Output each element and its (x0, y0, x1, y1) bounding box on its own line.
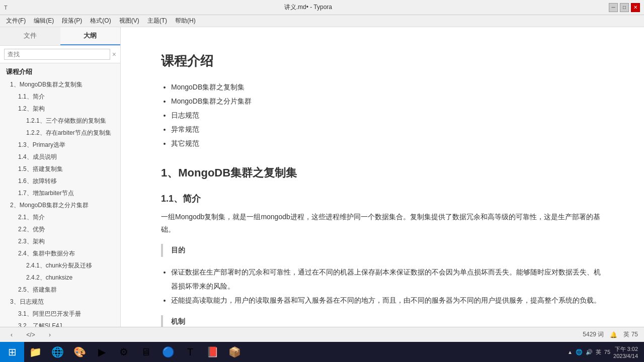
tray-volume: 🔊 (586, 349, 593, 355)
next-nav-button[interactable]: › (44, 329, 55, 340)
sidebar-tabs: 文件 大纲 (0, 27, 120, 46)
start-icon: ⊞ (8, 346, 17, 358)
section-intro-title: 课程介绍 (161, 52, 604, 70)
blockquote-mechanism: 机制 (161, 315, 604, 328)
taskbar-terminal[interactable]: 🖥 (135, 342, 157, 362)
tray-up-arrow: ▲ (568, 349, 573, 355)
outline-item[interactable]: 1.2、架构 (0, 103, 120, 115)
window-title: 讲义.md• - Typora (8, 3, 609, 12)
menu-view[interactable]: 视图(V) (115, 16, 143, 26)
bottom-bar: ‹ </> › 5429 词 🔔 英 75 (0, 327, 644, 342)
blockquote-purpose-title: 目的 (171, 244, 604, 256)
code-toggle-button[interactable]: </> (25, 329, 36, 340)
menu-format[interactable]: 格式(O) (86, 16, 115, 26)
outline-item[interactable]: 2.4.1、chunk分裂及迁移 (0, 259, 120, 272)
close-button[interactable]: ✕ (631, 3, 640, 12)
outline-item[interactable]: 2.4、集群中数据分布 (0, 247, 120, 259)
app-icon: T (4, 5, 8, 11)
taskbar-clock: 下午 3:02 2023/4/14 (613, 345, 638, 359)
word-count: 5429 词 (583, 330, 604, 339)
taskbar-intellij[interactable]: 🔵 (157, 342, 179, 362)
app-body: 文件 大纲 × 课程介绍1、MongoDB集群之复制集1.1、简介1.2、架构1… (0, 27, 644, 347)
outline-item[interactable]: 2.4.2、chunksize (0, 272, 120, 284)
search-bar: × (0, 46, 120, 63)
outline-item[interactable]: 1.5、搭建复制集 (0, 163, 120, 175)
taskbar-browser[interactable]: 🌐 (46, 342, 68, 362)
taskbar: ⊞ 📁🌐🎨▶⚙🖥🔵T📕📦 ▲ 🌐 🔊 英 75 下午 3:02 2023/4/1… (0, 342, 644, 362)
clock-time: 下午 3:02 (613, 345, 638, 353)
taskbar-settings[interactable]: ⚙ (113, 342, 135, 362)
minimize-button[interactable]: ─ (609, 3, 618, 12)
outline-item[interactable]: 2.5、搭建集群 (0, 284, 120, 296)
outline-tree: 课程介绍1、MongoDB集群之复制集1.1、简介1.2、架构1.2.1、三个存… (0, 63, 120, 347)
outline-item[interactable]: 1.2.1、三个存储数据的复制集 (0, 115, 120, 127)
purpose-item-2: 还能提高读取能力，用户的读取服务器和写入服务器在不同的地方，而且，由不同的服务器… (171, 293, 604, 307)
lang-indicator: 英 75 (623, 330, 638, 339)
tray-ime: 75 (604, 349, 610, 355)
taskbar-items: 📁🌐🎨▶⚙🖥🔵T📕📦 (24, 342, 561, 362)
tab-files[interactable]: 文件 (0, 27, 60, 45)
taskbar-pdf[interactable]: 📕 (201, 342, 223, 362)
title-bar: T 讲义.md• - Typora ─ □ ✕ (0, 0, 644, 15)
outline-item[interactable]: 2、MongoDB集群之分片集群 (0, 199, 120, 211)
menu-edit[interactable]: 编辑(E) (30, 16, 58, 26)
outline-item[interactable]: 1、MongoDB集群之复制集 (0, 78, 120, 90)
menu-help[interactable]: 帮助(H) (171, 16, 200, 26)
prev-nav-button[interactable]: ‹ (6, 329, 17, 340)
purpose-list: 保证数据在生产部署时的冗余和可靠性，通过在不同的机器上保存副本来保证数据的不会因… (171, 265, 604, 307)
blockquote-mechanism-title: 机制 (171, 315, 604, 328)
search-input[interactable] (4, 49, 110, 60)
menu-bar: 文件(F) 编辑(E) 段落(P) 格式(O) 视图(V) 主题(T) 帮助(H… (0, 15, 644, 27)
taskbar-media[interactable]: ▶ (91, 342, 113, 362)
tray-network: 🌐 (576, 349, 583, 355)
outline-item[interactable]: 3.1、阿里巴巴开发手册 (0, 308, 120, 320)
system-tray: ▲ 🌐 🔊 英 75 下午 3:02 2023/4/14 (561, 345, 644, 359)
section-intro-subtitle: 1.1、简介 (161, 193, 604, 205)
bottom-left: ‹ </> › (6, 329, 55, 340)
menu-file[interactable]: 文件(F) (2, 16, 30, 26)
taskbar-app[interactable]: 📦 (223, 342, 246, 362)
intro-list-item: 异常规范 (171, 122, 604, 136)
bottom-right: 5429 词 🔔 英 75 (583, 330, 638, 339)
intro-list-item: 日志规范 (171, 108, 604, 122)
intro-list-item: 其它规范 (171, 136, 604, 150)
outline-item[interactable]: 1.2.2、存在arbiter节点的复制集 (0, 127, 120, 139)
maximize-button[interactable]: □ (620, 3, 629, 12)
section-replica-title: 1、MongoDB集群之复制集 (161, 165, 604, 180)
search-clear-button[interactable]: × (112, 50, 116, 58)
taskbar-typora[interactable]: T (179, 342, 201, 362)
outline-item[interactable]: 1.1、简介 (0, 90, 120, 103)
intro-list-item: MongoDB集群之复制集 (171, 80, 604, 94)
outline-item[interactable]: 3、日志规范 (0, 296, 120, 308)
blockquote-purpose: 目的 (161, 244, 604, 256)
start-button[interactable]: ⊞ (0, 342, 24, 362)
section-intro-para: 一组Mongodb复制集，就是一组mongodb进程，这些进程维护同一个数据集合… (161, 211, 604, 236)
outline-item[interactable]: 1.6、故障转移 (0, 175, 120, 187)
outline-item[interactable]: 1.4、成员说明 (0, 151, 120, 163)
outline-item[interactable]: 1.3、Primary选举 (0, 139, 120, 151)
outline-item[interactable]: 2.3、架构 (0, 235, 120, 247)
tab-outline[interactable]: 大纲 (60, 27, 121, 45)
outline-item[interactable]: 2.2、优势 (0, 223, 120, 235)
notify-icon: 🔔 (610, 331, 617, 338)
purpose-item-1: 保证数据在生产部署时的冗余和可靠性，通过在不同的机器上保存副本来保证数据的不会因… (171, 265, 604, 293)
intro-list-item: MongoDB集群之分片集群 (171, 94, 604, 108)
clock-date: 2023/4/14 (613, 353, 638, 359)
content-area: 课程介绍 MongoDB集群之复制集MongoDB集群之分片集群日志规范异常规范… (121, 27, 644, 347)
tray-language: 英 (596, 348, 601, 356)
outline-item[interactable]: 课程介绍 (0, 65, 120, 78)
taskbar-file-explorer[interactable]: 📁 (24, 342, 46, 362)
outline-item[interactable]: 2.1、简介 (0, 211, 120, 223)
menu-theme[interactable]: 主题(T) (143, 16, 171, 26)
section-intro-list: MongoDB集群之复制集MongoDB集群之分片集群日志规范异常规范其它规范 (171, 80, 604, 150)
menu-paragraph[interactable]: 段落(P) (58, 16, 86, 26)
window-controls: ─ □ ✕ (609, 3, 640, 12)
taskbar-paint[interactable]: 🎨 (68, 342, 91, 362)
outline-item[interactable]: 1.7、增加arbiter节点 (0, 187, 120, 199)
sidebar: 文件 大纲 × 课程介绍1、MongoDB集群之复制集1.1、简介1.2、架构1… (0, 27, 121, 347)
